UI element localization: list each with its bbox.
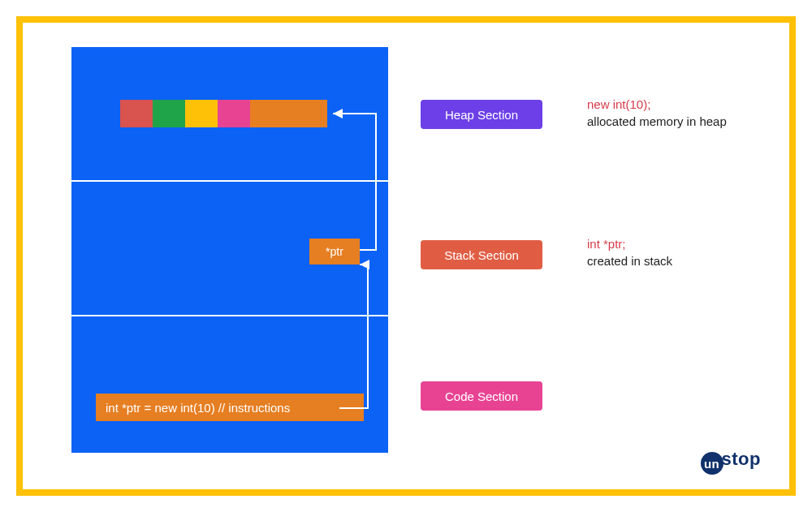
heap-allocated-blocks <box>120 100 327 127</box>
heap-section <box>71 47 388 182</box>
heap-block-pink <box>218 100 250 127</box>
heap-label-pill: Heap Section <box>421 100 542 129</box>
stack-annotation: int *ptr; created in stack <box>587 235 672 269</box>
heap-block-green <box>153 100 185 127</box>
stack-pointer-box: *ptr <box>309 239 360 265</box>
memory-column: *ptr int *ptr = new int(10) // instructi… <box>71 47 388 453</box>
logo-text: stop <box>722 449 761 469</box>
stack-label-pill: Stack Section <box>421 240 542 269</box>
stack-annotation-code: int *ptr; <box>587 235 672 252</box>
heap-block-red <box>120 100 153 127</box>
heap-annotation-code: new int(10); <box>587 96 727 113</box>
stack-section: *ptr <box>71 182 388 316</box>
logo-circle: un <box>701 452 723 475</box>
heap-annotation: new int(10); allocated memory in heap <box>587 96 727 130</box>
code-section: int *ptr = new int(10) // instructions <box>71 316 388 453</box>
unstop-logo: unstop <box>701 449 761 475</box>
code-instruction-box: int *ptr = new int(10) // instructions <box>96 394 364 421</box>
diagram-frame: *ptr int *ptr = new int(10) // instructi… <box>16 16 796 496</box>
heap-block-yellow <box>185 100 218 127</box>
heap-annotation-desc: allocated memory in heap <box>587 113 727 130</box>
heap-block-orange <box>250 100 327 127</box>
stack-annotation-desc: created in stack <box>587 252 672 269</box>
code-label-pill: Code Section <box>421 381 542 411</box>
